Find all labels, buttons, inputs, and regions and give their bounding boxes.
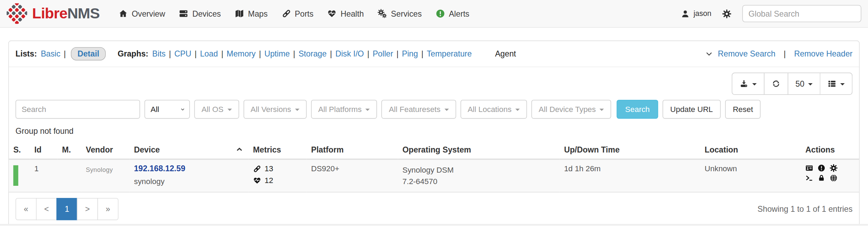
remove-search-link[interactable]: Remove Search [718, 49, 775, 58]
col-actions: Actions [801, 141, 859, 159]
graph-link-storage[interactable]: Storage [299, 49, 327, 58]
gear-icon [722, 9, 731, 18]
nav-maps[interactable]: Maps [235, 9, 267, 18]
caret-down-icon [515, 109, 520, 111]
pagination-first[interactable]: « [16, 198, 37, 220]
update-url-button[interactable]: Update URL [663, 100, 721, 119]
device-search-input[interactable] [16, 100, 140, 119]
graph-link-load[interactable]: Load [200, 49, 218, 58]
graph-link-ping[interactable]: Ping [402, 49, 418, 58]
device-link[interactable]: 192.168.12.59 [134, 164, 244, 173]
device-auth-action[interactable] [817, 174, 828, 182]
settings-menu[interactable] [722, 9, 731, 18]
table-toolbar: 50 [9, 67, 859, 95]
device-settings-action[interactable] [830, 164, 840, 172]
pagination-prev[interactable]: < [36, 198, 57, 220]
os-version: 7.2-64570 [402, 176, 555, 188]
nav-ports[interactable]: Ports [282, 9, 314, 18]
col-uptime[interactable]: Up/Down Time [560, 141, 700, 159]
navbar-right: jason [681, 5, 861, 22]
os-name: Synology DSM [402, 164, 555, 176]
download-icon [740, 79, 749, 88]
global-search-input[interactable] [742, 5, 861, 22]
graph-link-agent[interactable]: Agent [495, 49, 516, 58]
col-device[interactable]: Device [129, 141, 248, 159]
col-metrics: Metrics [248, 141, 307, 159]
entries-summary: Showing 1 to 1 of 1 entries [758, 205, 853, 214]
cell-device: 192.168.12.59 synology [129, 159, 248, 192]
brand-logo[interactable]: LibreNMS [7, 3, 100, 24]
ports-metric[interactable]: 13 [253, 164, 302, 173]
graph-link-cpu[interactable]: CPU [174, 49, 191, 58]
sensors-metric[interactable]: 12 [253, 176, 302, 185]
caret-down-icon [366, 109, 370, 111]
col-os[interactable]: Operating System [398, 141, 559, 159]
filter-all-os[interactable]: All OS [194, 100, 239, 119]
device-details-action[interactable] [805, 164, 815, 172]
brand-logo-icon [7, 3, 27, 24]
columns-button[interactable] [820, 73, 852, 94]
cell-id: 1 [30, 159, 57, 192]
filter-all-locations[interactable]: All Locations [460, 100, 527, 119]
list-columns-icon [828, 79, 837, 88]
filter-all-featuresets[interactable]: All Featuresets [382, 100, 456, 119]
filter-all-versions[interactable]: All Versions [244, 100, 307, 119]
nav-health[interactable]: Health [327, 9, 364, 18]
footer-edge [0, 224, 868, 226]
nav-overview[interactable]: Overview [118, 9, 165, 18]
chevron-down-icon[interactable] [705, 50, 713, 58]
graph-link-temperature[interactable]: Temperature [427, 49, 472, 58]
user-menu[interactable]: jason [681, 9, 711, 18]
device-alerts-action[interactable] [817, 164, 828, 172]
server-icon [179, 9, 189, 18]
devices-panel: Lists: Basic | Detail Graphs: Bits| CPU|… [8, 41, 860, 226]
table-row: 1 Synology 192.168.12.59 synology 13 [9, 159, 859, 192]
home-icon [118, 9, 128, 18]
graph-link-bits[interactable]: Bits [152, 49, 166, 58]
reset-button[interactable]: Reset [725, 100, 761, 119]
vendor-logo[interactable]: Synology [86, 164, 113, 173]
nav-devices[interactable]: Devices [179, 9, 221, 18]
filter-all-platforms[interactable]: All Platforms [311, 100, 377, 119]
device-terminal-action[interactable] [805, 174, 815, 182]
lists-basic-link[interactable]: Basic [41, 49, 61, 58]
col-id[interactable]: Id [30, 141, 57, 159]
page: LibreNMS Overview Devices Maps Ports Hea… [0, 0, 868, 226]
toolbar-button-group: 50 [732, 73, 852, 95]
col-platform[interactable]: Platform [307, 141, 398, 159]
device-actions [805, 164, 855, 182]
search-button[interactable]: Search [617, 100, 658, 119]
panel-heading: Lists: Basic | Detail Graphs: Bits| CPU|… [9, 41, 859, 67]
group-select[interactable]: All [145, 100, 190, 119]
refresh-icon [771, 79, 780, 88]
graph-link-diskio[interactable]: Disk I/O [335, 49, 364, 58]
filter-bar: All All OS All Versions All Platforms Al… [9, 95, 859, 119]
cogs-icon [378, 9, 387, 18]
address-card-icon [805, 164, 813, 172]
cell-uptime: 1d 1h 26m [560, 159, 700, 192]
refresh-button[interactable] [764, 73, 788, 94]
nav-services[interactable]: Services [378, 9, 422, 18]
device-sysname: synology [134, 177, 244, 186]
pagination-page-1[interactable]: 1 [56, 198, 77, 220]
nav-alerts[interactable]: Alerts [436, 9, 469, 18]
lists-detail-link[interactable]: Detail [71, 47, 106, 60]
page-size-button[interactable]: 50 [788, 73, 820, 94]
pagination: « < 1 > » [16, 198, 119, 220]
pagination-last[interactable]: » [98, 198, 119, 220]
graph-link-uptime[interactable]: Uptime [264, 49, 290, 58]
sort-up-icon [236, 146, 243, 153]
cell-os: Synology DSM 7.2-64570 [398, 159, 559, 192]
remove-header-link[interactable]: Remove Header [794, 49, 852, 58]
pagination-next[interactable]: > [77, 198, 98, 220]
heartbeat-icon [327, 9, 337, 18]
col-vendor: Vendor [81, 141, 129, 159]
export-button[interactable] [732, 73, 764, 94]
status-up-indicator [13, 165, 18, 186]
filter-all-device-types[interactable]: All Device Types [531, 100, 611, 119]
device-web-action[interactable] [830, 174, 840, 182]
cell-location: Unknown [700, 159, 801, 192]
graph-link-poller[interactable]: Poller [373, 49, 393, 58]
col-location[interactable]: Location [700, 141, 801, 159]
graph-link-memory[interactable]: Memory [227, 49, 256, 58]
